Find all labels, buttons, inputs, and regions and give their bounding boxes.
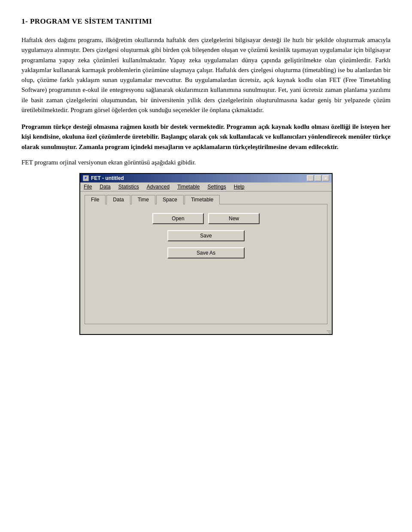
menubar: File Data Statistics Advanced Timetable …	[80, 182, 332, 192]
menu-advanced[interactable]: Advanced	[145, 183, 171, 190]
window-body: File Data Time Space Timetable Open New …	[80, 192, 332, 328]
menu-timetable[interactable]: Timetable	[176, 183, 201, 190]
resize-handle	[326, 328, 331, 334]
save-button[interactable]: Save	[167, 230, 245, 241]
tab-file[interactable]: File	[85, 195, 106, 204]
tab-timetable[interactable]: Timetable	[185, 195, 220, 204]
window-title: FET - untitled	[91, 175, 124, 181]
paragraph-2: Programın türkçe desteği olmasına rağmen…	[21, 122, 391, 152]
tab-content: Open New Save Save As	[85, 204, 327, 324]
page-title: 1- PROGRAM VE SİSTEM TANITIMI	[21, 17, 391, 26]
minimize-button[interactable]: _	[307, 175, 314, 181]
tab-bar: File Data Time Space Timetable	[85, 195, 327, 204]
restore-button[interactable]: □	[315, 175, 321, 181]
paragraph-1: Haftalık ders dağımı programı, ilköğreti…	[21, 35, 391, 115]
tab-space[interactable]: Space	[156, 195, 184, 204]
paragraph-3: FET programı orjinal versiyonun ekran gö…	[21, 159, 391, 166]
fet-window: F FET - untitled _ □ × File Data Statist…	[79, 173, 333, 335]
button-row-3: Save As	[98, 247, 314, 258]
menu-settings[interactable]: Settings	[206, 183, 227, 190]
tab-time[interactable]: Time	[131, 195, 155, 204]
tab-data[interactable]: Data	[106, 195, 130, 204]
save-as-button[interactable]: Save As	[167, 247, 245, 258]
close-button[interactable]: ×	[322, 175, 329, 181]
menu-help[interactable]: Help	[232, 183, 246, 190]
menu-data[interactable]: Data	[98, 183, 112, 190]
open-button[interactable]: Open	[152, 213, 204, 224]
window-icon: F	[83, 175, 89, 181]
button-row-2: Save	[98, 230, 314, 241]
button-row-1: Open New	[98, 213, 314, 224]
menu-file[interactable]: File	[82, 183, 94, 190]
titlebar: F FET - untitled _ □ ×	[80, 174, 332, 182]
new-button[interactable]: New	[208, 213, 260, 224]
menu-statistics[interactable]: Statistics	[117, 183, 141, 190]
